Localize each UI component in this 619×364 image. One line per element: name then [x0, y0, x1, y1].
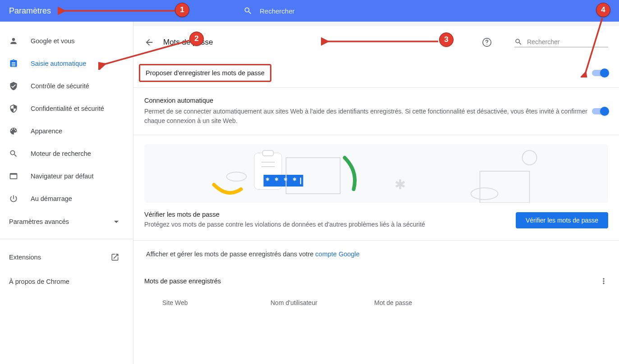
content-wrapper: Mots de passe Proposer d'enregistrer les… [133, 22, 619, 364]
auto-signin-label: Connexion automatique [144, 97, 592, 104]
person-icon [9, 36, 18, 46]
verify-passwords-button[interactable]: Vérifier les mots de passe [516, 212, 608, 228]
sidebar-item-label: Confidentialité et sécurité [31, 105, 104, 112]
chevron-down-icon [114, 221, 119, 223]
setting-auto-signin: Connexion automatique Permet de se conne… [133, 88, 619, 135]
more-vert-icon[interactable] [599, 277, 608, 286]
sidebar-item-label: Contrôle de sécurité [31, 82, 89, 90]
sidebar-item-privacy[interactable]: Confidentialité et sécurité [0, 97, 133, 120]
shield-check-icon [9, 82, 18, 91]
offer-save-label: Proposer d'enregistrer les mots de passe [146, 69, 265, 77]
about-label: À propos de Chrome [9, 278, 69, 285]
extensions-label: Extensions [9, 254, 41, 261]
verify-desc: Protégez vos mots de passe contre les vi… [144, 220, 507, 229]
svg-text:＊＊＊＊|: ＊＊＊＊| [264, 176, 303, 185]
search-icon [9, 149, 18, 158]
content: Mots de passe Proposer d'enregistrer les… [133, 26, 619, 364]
svg-rect-2 [196, 144, 557, 203]
sidebar-item-autofill[interactable]: Saisie automatique [0, 52, 133, 75]
sidebar-item-search-engine[interactable]: Moteur de recherche [0, 142, 133, 165]
sidebar-advanced-toggle[interactable]: Paramètres avancés [0, 210, 133, 233]
saved-columns: Site Web Nom d'utilisateur Mot de passe [144, 299, 608, 306]
sidebar: Google et vous Saisie automatique Contrô… [0, 22, 133, 364]
offer-save-toggle[interactable] [592, 70, 608, 76]
main-area: Google et vous Saisie automatique Contrô… [0, 22, 619, 364]
back-arrow-icon[interactable] [144, 37, 154, 47]
sidebar-item-google[interactable]: Google et vous [0, 30, 133, 52]
setting-offer-save: Proposer d'enregistrer les mots de passe [133, 59, 619, 88]
clipboard-icon [9, 59, 18, 68]
verify-section: ＊＊＊＊| ✱ Vérifier les mots de passe Proté… [133, 144, 619, 241]
sidebar-item-safety[interactable]: Contrôle de sécurité [0, 75, 133, 97]
sidebar-extensions-link[interactable]: Extensions [0, 245, 133, 270]
global-search-input[interactable] [260, 7, 440, 15]
annotation-marker-3: 3 [439, 32, 454, 47]
google-account-section: Afficher et gérer les mots de passe enre… [133, 241, 619, 268]
content-search [514, 38, 608, 47]
external-link-icon [110, 253, 119, 262]
shield-icon [9, 104, 18, 113]
col-pass: Mot de passe [374, 299, 608, 306]
google-account-prefix: Afficher et gérer les mots de passe enre… [146, 250, 315, 258]
browser-icon [9, 172, 18, 181]
sidebar-item-label: Google et vous [31, 37, 75, 45]
sidebar-about-link[interactable]: À propos de Chrome [0, 270, 133, 293]
verify-text: Vérifier les mots de passe Protégez vos … [144, 211, 507, 229]
svg-rect-6 [263, 150, 274, 156]
annotation-marker-2: 2 [189, 32, 204, 46]
app-title: Paramètres [9, 6, 51, 16]
help-icon[interactable] [482, 37, 492, 47]
illustration: ＊＊＊＊| ✱ [144, 144, 608, 203]
annotation-marker-4: 4 [596, 3, 610, 17]
saved-header: Mots de passe enregistrés [144, 277, 608, 286]
sidebar-item-startup[interactable]: Au démarrage [0, 187, 133, 210]
col-site: Site Web [162, 299, 271, 306]
sidebar-item-appearance[interactable]: Apparence [0, 120, 133, 142]
sidebar-item-label: Navigateur par défaut [31, 173, 93, 180]
setting-text: Connexion automatique Permet de se conne… [144, 97, 592, 126]
sidebar-item-label: Saisie automatique [31, 60, 86, 67]
passwords-search-input[interactable] [527, 38, 608, 46]
header-search-area [234, 0, 619, 22]
search-icon [514, 38, 523, 46]
palette-icon [9, 127, 18, 136]
svg-text:✱: ✱ [394, 177, 406, 192]
sidebar-item-label: Moteur de recherche [31, 150, 91, 157]
saved-passwords-section: Mots de passe enregistrés Site Web Nom d… [133, 268, 619, 306]
search-icon [243, 6, 252, 15]
auto-signin-toggle[interactable] [592, 108, 608, 114]
sidebar-item-label: Au démarrage [31, 195, 72, 202]
col-user: Nom d'utilisateur [271, 299, 374, 306]
verify-row: Vérifier les mots de passe Protégez vos … [144, 211, 608, 229]
verify-title: Vérifier les mots de passe [144, 211, 507, 218]
setting-text: Proposer d'enregistrer les mots de passe [144, 68, 592, 78]
saved-title: Mots de passe enregistrés [144, 278, 221, 285]
highlight-box: Proposer d'enregistrer les mots de passe [139, 64, 271, 82]
page-title: Mots de passe [163, 38, 473, 47]
annotation-marker-1: 1 [175, 3, 189, 17]
app-header: Paramètres [0, 0, 619, 22]
svg-point-1 [486, 44, 487, 45]
header-left: Paramètres [0, 0, 234, 22]
sidebar-item-default-browser[interactable]: Navigateur par défaut [0, 165, 133, 187]
google-account-link[interactable]: compte Google [315, 250, 359, 258]
auto-signin-desc: Permet de se connecter automatiquement a… [144, 107, 592, 126]
power-icon [9, 194, 18, 203]
divider [0, 239, 133, 239]
sidebar-item-label: Apparence [31, 127, 62, 135]
content-header: Mots de passe [133, 26, 619, 59]
sidebar-advanced-label: Paramètres avancés [9, 218, 69, 225]
